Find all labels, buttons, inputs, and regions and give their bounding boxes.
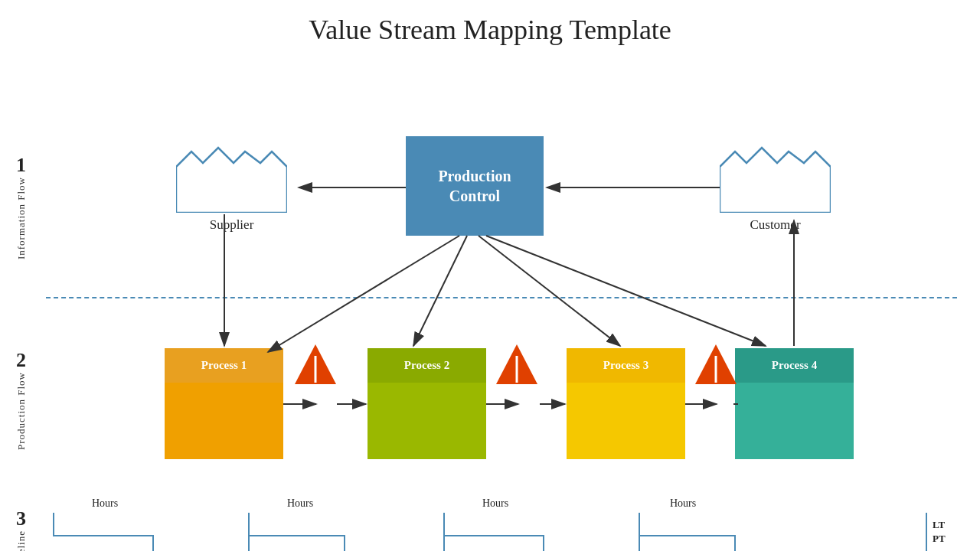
svg-line-15 [486, 236, 766, 346]
svg-text:Hours: Hours [287, 497, 313, 509]
inventory-triangle-3 [695, 344, 737, 393]
svg-text:Hours: Hours [670, 497, 696, 509]
process-4-box: Process 4 [735, 348, 854, 459]
svg-text:LT: LT [933, 519, 945, 530]
process-3-label: Process 3 [567, 348, 685, 383]
row3-label: 3 Timeline [0, 490, 42, 551]
process-2-label: Process 2 [368, 348, 486, 383]
page-title: Value Stream Mapping Template [0, 0, 980, 54]
production-control-box: Production Control [406, 136, 544, 236]
svg-text:PT: PT [933, 533, 946, 544]
process-1-label: Process 1 [165, 348, 283, 383]
process-1-box: Process 1 [165, 348, 283, 459]
process-4-label: Process 4 [735, 348, 854, 383]
supplier-label: Supplier [176, 217, 287, 233]
svg-text:Hours: Hours [92, 497, 118, 509]
info-flow-divider [46, 297, 957, 298]
process-2-box: Process 2 [368, 348, 486, 459]
arrows-layer [0, 54, 980, 551]
svg-line-13 [413, 236, 467, 346]
svg-text:Hours: Hours [482, 497, 508, 509]
row1-label: 1 Information Flow [0, 122, 42, 291]
timeline-svg: Hours Hours Hours Hours Minutes Minutes … [46, 490, 957, 551]
process-3-box: Process 3 [567, 348, 685, 459]
row2-label: 2 Production Flow [0, 329, 42, 471]
svg-line-12 [268, 236, 459, 352]
inventory-triangle-1 [295, 344, 337, 393]
supplier-shape: Supplier [176, 136, 287, 233]
customer-shape: Customer [720, 136, 831, 233]
svg-line-14 [479, 236, 620, 346]
inventory-triangle-2 [496, 344, 538, 393]
customer-label: Customer [720, 217, 831, 233]
